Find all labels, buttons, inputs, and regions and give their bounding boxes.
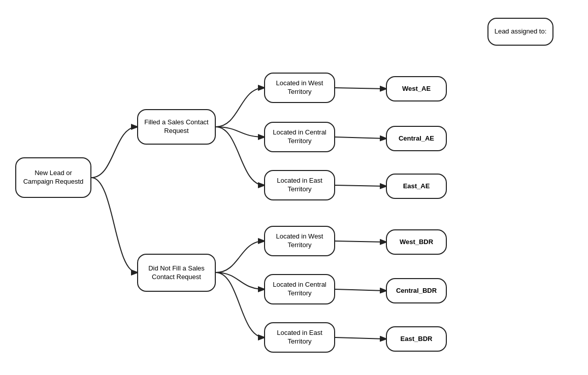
west-ae-condition: Located in West Territory: [264, 73, 335, 103]
filled-node: Filled a Sales Contact Request: [137, 109, 216, 145]
east-bdr-result: East_BDR: [386, 326, 447, 352]
root-node: New Lead or Campaign Requestd: [15, 157, 91, 198]
west-ae-result: West_AE: [386, 76, 447, 101]
lead-assigned-node: Lead assigned to:: [487, 18, 553, 46]
central-bdr-result: Central_BDR: [386, 278, 447, 303]
not-filled-node: Did Not Fill a Sales Contact Request: [137, 254, 216, 292]
central-ae-condition: Located in Central Territory: [264, 122, 335, 152]
central-bdr-condition: Located in Central Territory: [264, 274, 335, 304]
west-bdr-condition: Located in West Territory: [264, 226, 335, 256]
east-bdr-condition: Located in East Territory: [264, 322, 335, 353]
central-ae-result: Central_AE: [386, 126, 447, 151]
east-ae-result: East_AE: [386, 174, 447, 199]
east-ae-condition: Located in East Territory: [264, 170, 335, 200]
west-bdr-result: West_BDR: [386, 229, 447, 255]
